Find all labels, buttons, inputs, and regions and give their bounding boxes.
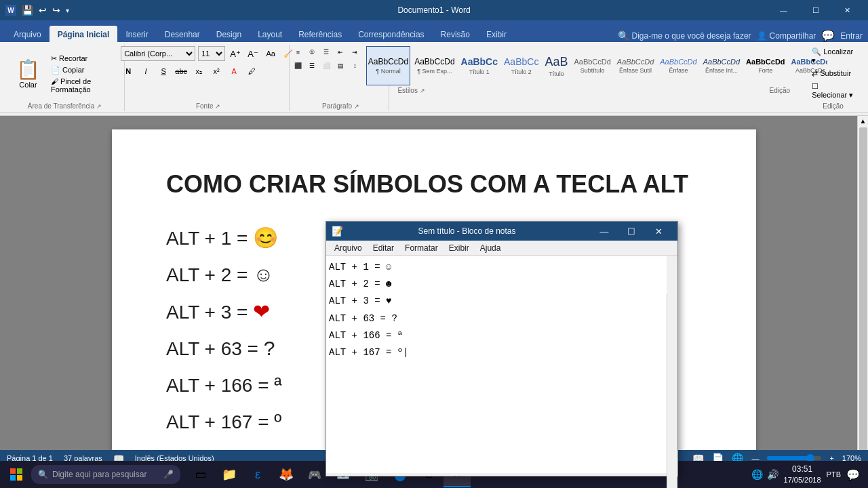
task-view-button[interactable]: 🗃 — [187, 462, 214, 487]
tab-revisao[interactable]: Revisão — [433, 26, 478, 42]
tab-exibir[interactable]: Exibir — [478, 26, 515, 42]
notepad-menu-ajuda[interactable]: Ajuda — [475, 242, 507, 254]
tab-desenhar[interactable]: Desenhar — [157, 26, 208, 42]
comment-icon[interactable]: 💬 — [821, 29, 835, 42]
multilevel-button[interactable]: ☰ — [319, 46, 333, 58]
style-enfase[interactable]: AaBbCcDd Ênfase — [658, 46, 698, 85]
superscript-button[interactable]: x² — [209, 64, 224, 79]
increase-indent-button[interactable]: ⇥ — [348, 46, 361, 58]
cut-button[interactable]: ✂ Recortar — [48, 54, 119, 64]
tab-design[interactable]: Design — [208, 26, 250, 42]
style-forte[interactable]: AaBbCcDd Forte — [744, 46, 787, 85]
increase-font-button[interactable]: A⁺ — [228, 46, 243, 61]
redo-icon[interactable]: ↪ — [51, 3, 62, 17]
align-left-button[interactable]: ⬛ — [291, 60, 304, 72]
title-bar-left: W 💾 ↩ ↪ ▾ — [5, 3, 71, 17]
edition-label-2: Edição — [823, 101, 844, 110]
notepad-menu-formatar[interactable]: Formatar — [399, 242, 443, 254]
change-case-button[interactable]: Aa — [263, 46, 278, 61]
network-icon[interactable]: 🌐 — [751, 469, 763, 480]
svg-rect-0 — [10, 468, 16, 474]
save-icon[interactable]: 💾 — [20, 3, 35, 17]
notification-icon[interactable]: 💬 — [846, 468, 860, 481]
decrease-indent-button[interactable]: ⇤ — [334, 46, 347, 58]
style-titulo[interactable]: AaB Título — [542, 46, 570, 85]
underline-button[interactable]: S — [156, 64, 171, 79]
entry-5-code: ALT + 166 = — [166, 375, 274, 396]
notepad-close-button[interactable]: ✕ — [645, 222, 672, 241]
tab-inserir[interactable]: Inserir — [117, 26, 156, 42]
italic-button[interactable]: I — [138, 64, 153, 79]
format-painter-button[interactable]: 🖌 Pincel de Formatação — [48, 77, 119, 94]
search-icon: 🔍 — [38, 470, 48, 479]
style-intense-em[interactable]: AaBbCcDd Ênfase Int... — [701, 46, 742, 85]
tab-referencias[interactable]: Referências — [290, 26, 350, 42]
style-title1[interactable]: AaBbCc Título 1 — [459, 46, 500, 85]
customize-icon[interactable]: ▾ — [64, 5, 71, 16]
substituir-button[interactable]: ⇄ Substituir — [809, 68, 854, 79]
minimize-button[interactable]: — — [768, 0, 799, 20]
share-button[interactable]: 👤 Compartilhar — [757, 31, 816, 41]
copy-button[interactable]: 📄 Copiar — [48, 65, 119, 75]
app-wrapper: W 💾 ↩ ↪ ▾ Documento1 - Word — ☐ ✕ Arquiv… — [0, 0, 868, 488]
system-icons: 🌐 🔊 — [751, 469, 778, 480]
notepad-menu-exibir[interactable]: Exibir — [443, 242, 475, 254]
notepad-minimize-button[interactable]: — — [591, 222, 618, 241]
style-title2[interactable]: AaBbCc Título 2 — [502, 46, 540, 85]
selecionar-button[interactable]: ☐ Selecionar ▾ — [809, 81, 857, 101]
scroll-thumb[interactable] — [859, 127, 867, 476]
bullets-button[interactable]: ≡ — [291, 46, 304, 58]
microphone-icon[interactable]: 🎤 — [163, 470, 174, 479]
align-center-button[interactable]: ☰ — [305, 60, 319, 72]
taskbar-app1[interactable]: 🎮 — [301, 462, 328, 487]
taskbar-search[interactable]: 🔍 Digite aqui para pesquisar 🎤 — [31, 465, 180, 484]
volume-icon[interactable]: 🔊 — [767, 469, 778, 480]
entrar-button[interactable]: Entrar — [840, 31, 863, 41]
maximize-button[interactable]: ☐ — [800, 0, 831, 20]
notepad-menu-arquivo[interactable]: Arquivo — [329, 242, 368, 254]
tab-pagina-inicial[interactable]: Página Inicial — [50, 26, 118, 42]
justify-button[interactable]: ▤ — [334, 60, 347, 72]
notepad-maximize-button[interactable]: ☐ — [618, 222, 645, 241]
strikethrough-button[interactable]: abc — [174, 64, 189, 79]
style-no-space[interactable]: AaBbCcDd ¶ Sem Esp... — [412, 46, 456, 85]
notepad-scrollbar[interactable] — [667, 294, 677, 488]
taskbar-file-explorer[interactable]: 📁 — [216, 462, 243, 487]
tab-layout[interactable]: Layout — [250, 26, 290, 42]
style-normal[interactable]: AaBbCcDd ¶ Normal — [366, 46, 410, 85]
scroll-up-button[interactable]: ▲ — [859, 116, 868, 126]
taskbar-right: 🌐 🔊 03:51 17/05/2018 PTB 💬 — [751, 464, 865, 485]
paste-button[interactable]: 📋 Colar — [11, 57, 45, 90]
taskbar-edge[interactable]: ε — [244, 462, 271, 487]
font-row-2: N I S abc x₂ x² A 🖊 — [121, 64, 259, 79]
subscript-button[interactable]: x₂ — [191, 64, 206, 79]
taskbar-firefox[interactable]: 🦊 — [273, 462, 300, 487]
clock[interactable]: 03:51 17/05/2018 — [784, 464, 821, 485]
decrease-font-button[interactable]: A⁻ — [245, 46, 260, 61]
zoom-slider[interactable] — [767, 456, 821, 460]
date-display: 17/05/2018 — [784, 475, 821, 485]
tab-correspondencias[interactable]: Correspondências — [350, 26, 432, 42]
notepad-menu-editar[interactable]: Editar — [368, 242, 399, 254]
taskbar-search-placeholder: Digite aqui para pesquisar — [52, 470, 146, 479]
localizar-button[interactable]: 🔍 Localizar ▾ — [809, 46, 857, 66]
edition-label: Edição — [770, 85, 796, 94]
font-color-button[interactable]: A — [226, 64, 241, 79]
line-spacing-button[interactable]: ↕ — [348, 60, 361, 72]
font-family-select[interactable]: Calibri (Corp... — [121, 46, 195, 61]
tell-me-search[interactable]: 🔍 Diga-me o que você deseja fazer — [618, 30, 751, 41]
style-subtitulo[interactable]: AaBbCcDd Subtítulo — [572, 46, 612, 85]
start-button[interactable] — [3, 462, 30, 487]
close-button[interactable]: ✕ — [832, 0, 863, 20]
numbering-button[interactable]: ① — [305, 46, 319, 58]
undo-icon[interactable]: ↩ — [37, 3, 48, 17]
bold-button[interactable]: N — [121, 64, 136, 79]
doc-scrollbar[interactable]: ▲ ▼ — [857, 116, 868, 488]
notepad-textarea[interactable]: ALT + 1 = ☺ ALT + 2 = ☻ ALT + 3 = ♥ ALT … — [326, 256, 667, 473]
align-right-button[interactable]: ⬜ — [319, 60, 333, 72]
highlight-button[interactable]: 🖊 — [244, 64, 259, 79]
styles-container: AaBbCcDd ¶ Normal AaBbCcDd ¶ Sem Esp... … — [366, 46, 827, 85]
font-size-select[interactable]: 11 — [198, 46, 225, 61]
tab-arquivo[interactable]: Arquivo — [5, 26, 50, 42]
style-subtle-em[interactable]: AaBbCcDd Ênfase Sutil — [615, 46, 656, 85]
